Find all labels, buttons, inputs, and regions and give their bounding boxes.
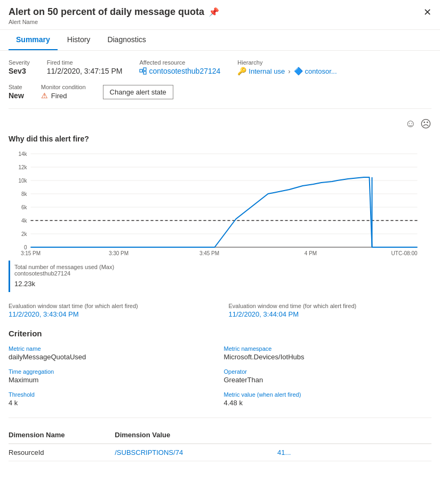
chart-title: Why did this alert fire?	[9, 135, 431, 143]
fired-time-value: 11/2/2020, 3:47:15 PM	[47, 67, 123, 75]
eval-start-value: 11/2/2020, 3:43:04 PM	[9, 310, 212, 318]
chart-legend-value: 12.23k	[14, 277, 427, 289]
metric-namespace-item: Metric namespace Microsoft.Devices/IotHu…	[224, 345, 432, 361]
criterion-section: Criterion Metric name dailyMessageQuotaU…	[9, 329, 431, 407]
table-row: ResourceId /SUBSCRIPTIONS/74 41...	[9, 444, 431, 461]
severity-value: Sev3	[9, 67, 30, 75]
key-icon: 🔑	[237, 67, 246, 75]
svg-text:10k: 10k	[18, 178, 27, 184]
affected-resource-label: Affected resource	[139, 59, 220, 66]
state-value: New	[9, 91, 24, 100]
resource-icon	[139, 67, 147, 75]
tab-diagnostics[interactable]: Diagnostics	[100, 30, 153, 50]
svg-text:6k: 6k	[21, 204, 28, 210]
warning-icon: ⚠	[41, 91, 48, 100]
dimension-value-cell[interactable]: /SUBSCRIPTIONS/74 41...	[115, 444, 431, 461]
svg-text:4k: 4k	[21, 218, 28, 224]
tab-bar: Summary History Diagnostics	[0, 30, 440, 51]
svg-text:2k: 2k	[21, 231, 28, 237]
panel-header: Alert on 50 percent of daily message quo…	[0, 0, 440, 30]
eval-start-item: Evaluation window start time (for which …	[9, 303, 212, 318]
operator-item: Operator GreaterThan	[224, 368, 432, 384]
time-aggregation-item: Time aggregation Maximum	[9, 368, 217, 384]
chart-legend-subtitle: contosotesthub27124	[14, 270, 427, 277]
chart-legend-title: Total number of messages used (Max)	[14, 264, 427, 270]
eval-start-label: Evaluation window start time (for which …	[9, 303, 212, 309]
svg-text:12k: 12k	[18, 164, 27, 170]
monitor-condition-label: Monitor condition	[41, 84, 86, 90]
affected-resource-item: Affected resource contosotesthub27124	[139, 59, 220, 75]
metric-name-label: Metric name	[9, 345, 217, 352]
title-text: Alert on 50 percent of daily message quo…	[9, 6, 204, 18]
threshold-label: Threshold	[9, 391, 217, 398]
metric-name-item: Metric name dailyMessageQuotaUsed	[9, 345, 217, 361]
eval-end-label: Evaluation window end time (for which al…	[229, 303, 432, 309]
hierarchy-arrow: ›	[288, 67, 290, 75]
hierarchy-label: Hierarchy	[237, 59, 337, 66]
svg-text:UTC-08:00: UTC-08:00	[391, 250, 418, 256]
state-item: State New	[9, 84, 24, 100]
svg-text:3:30 PM: 3:30 PM	[109, 250, 129, 256]
thumbs-up-icon[interactable]: ☺	[405, 117, 416, 130]
svg-text:8k: 8k	[21, 191, 28, 197]
affected-resource-value[interactable]: contosotesthub27124	[139, 67, 220, 75]
severity-item: Severity Sev3	[9, 59, 30, 75]
resource-group-icon: 🔷	[294, 67, 303, 75]
dimension-name-cell: ResourceId	[9, 444, 115, 461]
monitor-condition-value: ⚠ Fired	[41, 91, 86, 100]
threshold-value: 4 k	[9, 399, 217, 407]
svg-text:3:15 PM: 3:15 PM	[21, 250, 41, 256]
svg-text:14k: 14k	[18, 151, 27, 157]
svg-rect-2	[143, 72, 146, 74]
svg-rect-1	[143, 68, 146, 70]
metric-name-value: dailyMessageQuotaUsed	[9, 353, 217, 361]
svg-rect-0	[140, 69, 142, 72]
divider-1	[9, 108, 431, 109]
svg-text:4 PM: 4 PM	[305, 250, 317, 256]
alert-name-label: Alert Name	[9, 19, 219, 25]
dimension-value-col: Dimension Value	[115, 427, 431, 444]
pin-icon[interactable]: 📌	[209, 7, 219, 17]
dimension-name-col: Dimension Name	[9, 427, 115, 444]
hierarchy-value: 🔑 Internal use › 🔷 contosor...	[237, 67, 337, 75]
metadata-row-1: Severity Sev3 Fired time 11/2/2020, 3:47…	[9, 59, 431, 75]
metric-namespace-label: Metric namespace	[224, 345, 432, 352]
hierarchy-item-0[interactable]: 🔑 Internal use	[237, 67, 285, 75]
operator-value: GreaterThan	[224, 376, 432, 384]
svg-text:0: 0	[24, 245, 27, 250]
chart-section: Why did this alert fire? 14k 12k 10k 8k …	[9, 135, 431, 292]
hierarchy-item: Hierarchy 🔑 Internal use › 🔷 contosor...	[237, 59, 337, 75]
panel-title: Alert on 50 percent of daily message quo…	[9, 6, 219, 18]
eval-end-item: Evaluation window end time (for which al…	[229, 303, 432, 318]
evaluation-row: Evaluation window start time (for which …	[9, 303, 431, 318]
alert-chart: 14k 12k 10k 8k 6k 4k 2k 0	[9, 149, 431, 256]
metric-namespace-value: Microsoft.Devices/IotHubs	[224, 353, 432, 361]
state-row: State New Monitor condition ⚠ Fired Chan…	[9, 84, 431, 100]
dimension-table: Dimension Name Dimension Value ResourceI…	[9, 427, 431, 461]
monitor-condition-item: Monitor condition ⚠ Fired	[41, 84, 86, 100]
change-alert-state-button[interactable]: Change alert state	[103, 85, 173, 99]
divider-2	[9, 418, 431, 418]
eval-end-value: 11/2/2020, 3:44:04 PM	[229, 310, 432, 318]
threshold-item: Threshold 4 k	[9, 391, 217, 407]
chart-legend: Total number of messages used (Max) cont…	[9, 261, 431, 292]
fired-time-label: Fired time	[47, 59, 123, 66]
fired-time-item: Fired time 11/2/2020, 3:47:15 PM	[47, 59, 123, 75]
chart-container: 14k 12k 10k 8k 6k 4k 2k 0	[9, 149, 431, 256]
feedback-row: ☺ ☹	[9, 117, 431, 130]
metric-value-label: Metric value (when alert fired)	[224, 391, 432, 398]
svg-text:3:45 PM: 3:45 PM	[199, 250, 219, 256]
metric-value-value: 4.48 k	[224, 399, 432, 407]
criterion-grid: Metric name dailyMessageQuotaUsed Metric…	[9, 345, 431, 407]
tab-summary[interactable]: Summary	[9, 30, 58, 50]
severity-label: Severity	[9, 59, 30, 66]
close-icon[interactable]: ✕	[423, 6, 431, 18]
criterion-title: Criterion	[9, 329, 431, 338]
operator-label: Operator	[224, 368, 432, 375]
time-aggregation-label: Time aggregation	[9, 368, 217, 375]
main-content: Severity Sev3 Fired time 11/2/2020, 3:47…	[0, 51, 440, 470]
hierarchy-item-1[interactable]: 🔷 contosor...	[294, 67, 337, 75]
tab-history[interactable]: History	[60, 30, 98, 50]
thumbs-down-icon[interactable]: ☹	[420, 117, 431, 130]
monitor-condition-text: Fired	[51, 92, 67, 100]
